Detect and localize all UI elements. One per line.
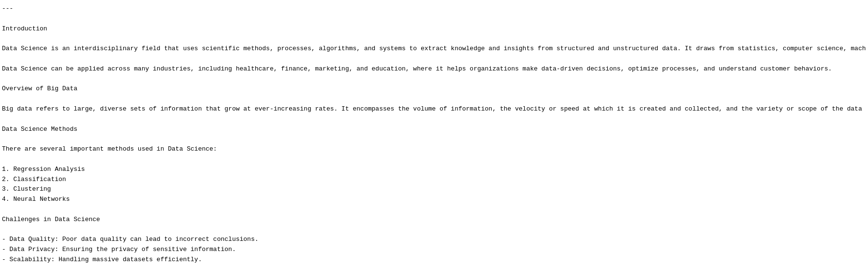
intro-para1: Data Science is an interdisciplinary fie… [2, 44, 866, 54]
blank-line [2, 154, 866, 165]
method1: 1. Regression Analysis [2, 165, 866, 175]
separator1: --- [2, 4, 866, 14]
bigdata-para: Big data refers to large, diverse sets o… [2, 104, 866, 114]
blank-line [2, 94, 866, 104]
challenge3: - Scalability: Handling massive datasets… [2, 255, 866, 265]
blank-line [2, 225, 866, 235]
challenge1: - Data Quality: Poor data quality can le… [2, 235, 866, 245]
intro-para2: Data Science can be applied across many … [2, 64, 866, 74]
blank-line [2, 205, 866, 215]
blank-line [2, 34, 866, 44]
blank-line [2, 134, 866, 144]
document-content: ---IntroductionData Science is an interd… [0, 4, 868, 266]
blank-line [2, 54, 866, 64]
method2: 2. Classification [2, 175, 866, 185]
challenges-heading: Challenges in Data Science [2, 215, 866, 225]
bigdata-heading: Overview of Big Data [2, 84, 866, 94]
methods-heading: Data Science Methods [2, 125, 866, 135]
blank-line [2, 114, 866, 125]
intro-heading: Introduction [2, 24, 866, 34]
method3: 3. Clustering [2, 184, 866, 195]
blank-line [2, 74, 866, 84]
blank-line [2, 14, 866, 24]
methods-intro: There are several important methods used… [2, 144, 866, 154]
challenge2: - Data Privacy: Ensuring the privacy of … [2, 245, 866, 255]
method4: 4. Neural Networks [2, 195, 866, 205]
